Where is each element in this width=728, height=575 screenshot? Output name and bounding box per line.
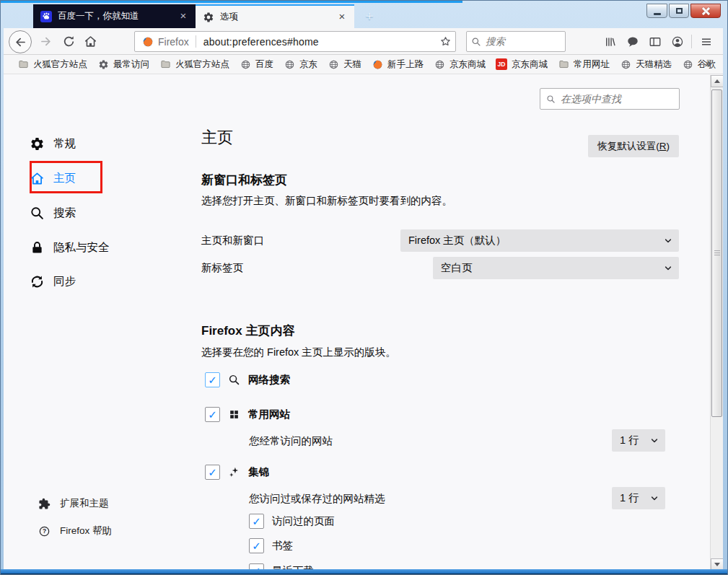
bookmark-item[interactable]: 谷歌 [677,57,721,72]
sidebar-item-help[interactable]: Firefox 帮助 [38,522,112,540]
messages-icon[interactable] [621,32,644,51]
restore-defaults-button[interactable]: 恢复默认设置(R) [588,135,679,157]
highlights-rows-select[interactable]: 1 行 [612,487,665,509]
main-panel: 主页 恢复默认设置(R) 新窗口和标签页 选择您打开主页、新窗口和新标签页时要看… [201,74,679,571]
bookmark-folder[interactable]: 火狐官方站点 [12,57,92,72]
bookmark-star-icon[interactable] [435,35,455,48]
chevron-down-icon [664,237,672,245]
tab-options[interactable]: 选项 × [196,4,354,28]
bookmark-item[interactable]: 百度 [234,57,279,72]
url-text[interactable]: about:preferences#home [196,36,435,48]
bookmark-folder[interactable]: 常用网址 [553,57,615,72]
new-tab-button[interactable]: + [360,8,379,25]
question-icon [38,525,51,537]
tab-title: 百度一下，你就知道 [58,10,172,22]
tab-baidu[interactable]: 百度一下，你就知道 × [33,4,196,28]
sidebar-item-search[interactable]: 搜索 [30,202,76,224]
divider [691,35,692,48]
account-icon[interactable] [666,32,688,51]
sidebar-item-sync[interactable]: 同步 [30,271,76,292]
visited-pages-row: ✓ 访问过的页面 [249,514,335,529]
bookmarks-overflow-chevron[interactable]: » [705,56,711,71]
minimize-icon [654,13,661,15]
top-sites-row: ✓ 常用网站 [205,407,290,422]
gear-favicon [203,12,214,23]
tab-close-icon[interactable]: × [336,11,348,24]
url-bar[interactable]: Firefox about:preferences#home [134,31,456,52]
close-button[interactable] [690,4,721,18]
gear-icon [30,136,45,152]
triangle-up-icon [714,79,720,83]
bookmark-item[interactable]: 天猫 [323,57,367,72]
reload-button[interactable] [59,32,79,51]
highlights-row: ✓ 集锦 [205,465,269,480]
library-icon[interactable] [599,32,621,51]
preferences-page: 常规 主页 搜索 隐私与安全 同步 扩展和主题 Firefox 帮助 主页 [4,74,723,571]
bookmark-item[interactable]: 最常访问 [92,57,154,72]
sidebar-item-privacy[interactable]: 隐私与安全 [30,237,110,258]
forward-button[interactable] [36,32,56,51]
bookmarks-bar: 火狐官方站点 最常访问 火狐官方站点 百度 京东 天猫 新手上路 京东商城 JD… [4,55,723,74]
chevron-down-icon [650,494,659,503]
bookmark-folder[interactable]: 火狐官方站点 [154,57,234,72]
close-icon [701,6,710,15]
firefox-icon [372,58,383,70]
globe-icon [434,58,445,70]
window-bottom-frame [1,569,727,574]
top-sites-desc: 您经常访问的网站 [249,434,333,448]
maximize-button[interactable] [669,4,689,18]
vertical-scrollbar[interactable] [710,75,723,571]
navigation-bar: Firefox about:preferences#home [4,28,723,55]
bookmarks-checkbox[interactable]: ✓ [249,538,264,553]
home-button[interactable] [81,32,100,51]
minimize-button[interactable] [646,4,667,18]
bookmark-item[interactable]: 京东商城 [429,57,491,72]
scroll-up-button[interactable] [711,75,723,87]
triangle-down-icon [714,563,720,566]
search-icon [30,206,45,221]
bookmark-item[interactable]: 天猫精选 [615,57,677,72]
sidebar-toggle-icon[interactable] [644,32,666,51]
sidebar-item-extensions[interactable]: 扩展和主题 [38,495,109,512]
baidu-favicon [40,11,52,22]
folder-icon [558,58,569,70]
back-button[interactable] [9,30,32,53]
browser-window: 百度一下，你就知道 × 选项 × + Firefox about:prefere… [0,0,728,575]
bookmark-item[interactable]: 新手上路 [367,57,429,72]
bookmark-item[interactable]: 京东 [279,57,323,72]
sidebar-item-general[interactable]: 常规 [30,133,76,154]
gear-icon [97,58,109,70]
toolbar-icons [599,32,717,51]
identity-label: Firefox [158,36,189,48]
search-input[interactable] [486,36,561,47]
bookmarks-row: ✓ 书签 [249,538,293,553]
newtab-label: 新标签页 [201,261,243,275]
globe-icon [284,58,295,70]
highlights-checkbox[interactable]: ✓ [205,465,220,480]
tab-close-icon[interactable]: × [177,10,190,23]
homepage-select[interactable]: Firefox 主页（默认） [400,229,679,252]
top-sites-checkbox[interactable]: ✓ [205,407,220,422]
visited-pages-checkbox[interactable]: ✓ [249,514,264,529]
bookmark-item[interactable]: JD京东商城 [491,57,553,72]
firefox-identity-chip: Firefox [135,36,196,48]
globe-icon [240,58,251,70]
top-sites-rows-select[interactable]: 1 行 [612,429,665,452]
newtab-select[interactable]: 空白页 [433,257,679,279]
chevron-down-icon [664,264,672,273]
web-search-checkbox[interactable]: ✓ [205,372,220,387]
section-heading-home-content: Firefox 主页内容 [201,322,294,339]
folder-icon [159,58,171,70]
lock-icon [30,240,45,255]
section-desc: 选择要在您的 Firefox 主页上显示的版块。 [201,346,396,359]
sidebar-item-home[interactable]: 主页 [30,167,76,189]
globe-icon [682,58,693,70]
web-search-row: ✓ 网络搜索 [205,372,290,387]
search-icon [471,37,481,47]
scrollbar-thumb[interactable] [711,89,722,417]
search-icon [228,374,240,386]
tab-strip: 百度一下，你就知道 × 选项 × + [1,1,727,28]
folder-icon [17,58,29,70]
search-bar[interactable] [466,31,566,52]
menu-icon[interactable] [695,32,717,51]
